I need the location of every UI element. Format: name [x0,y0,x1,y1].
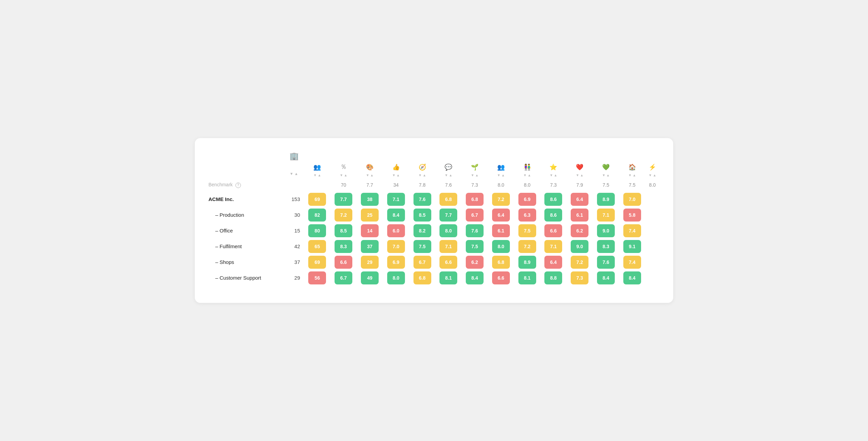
benchmark-val-0 [304,178,330,191]
col-rel-manager [488,152,514,162]
row-employees-0: 153 [284,191,304,207]
column-icon-row: 👥 ％ 🎨 👍 🧭 💬 🌱 👥 👫 ⭐ ❤️ 💚 🏠 ⚡ [208,162,660,172]
cell-5-6: 8.4 [462,270,488,286]
table-row: – Office 15 80 8.5 14 6.0 8.2 8.0 [208,223,660,239]
cell-5-7: 6.6 [488,270,514,286]
col-participation [330,152,357,162]
sort-commitment[interactable]: ▼ ▲ [645,172,660,178]
cell-3-11: 8.3 [593,239,619,254]
cell-2-6: 7.6 [462,223,488,239]
cell-4-10: 7.2 [567,254,593,270]
cell-3-5: 7.1 [435,239,462,254]
cell-0-2: 38 [357,191,383,207]
cell-5-12: 8.4 [619,270,645,286]
benchmark-val-13: 8.0 [645,178,660,191]
sort-rel-manager[interactable]: ▼ ▲ [488,172,514,178]
cell-1-8: 6.3 [514,207,540,223]
sort-rel-peers[interactable]: ▼ ▲ [514,172,540,178]
cell-5-10: 7.3 [567,270,593,286]
benchmark-val-5: 7.6 [435,178,462,191]
benchmark-label: Benchmark ? [208,178,284,191]
cell-4-8: 8.9 [514,254,540,270]
row-employees-2: 15 [284,223,304,239]
cell-5-11: 8.4 [593,270,619,286]
benchmark-val-4: 7.8 [409,178,435,191]
cell-0-3: 7.1 [383,191,409,207]
cell-2-2: 14 [357,223,383,239]
benchmark-help[interactable]: ? [235,183,241,188]
sort-participation[interactable]: ▼ ▲ [330,172,357,178]
cell-4-4: 6.7 [409,254,435,270]
row-label-4: – Shops [208,254,284,270]
sort-communication[interactable]: ▼ ▲ [435,172,462,178]
cell-4-2: 29 [357,254,383,270]
sort-building[interactable]: ▼ ▲ [284,172,304,178]
cell-1-11: 7.1 [593,207,619,223]
icon-communication: 💬 [435,162,462,172]
sort-recognition[interactable]: ▼ ▲ [540,172,567,178]
benchmark-val-12: 7.5 [619,178,645,191]
cell-4-7: 6.8 [488,254,514,270]
table-row: ACME Inc. 153 69 7.7 38 7.1 7.6 6.8 [208,191,660,207]
cell-3-2: 37 [357,239,383,254]
sort-enps[interactable]: ▼ ▲ [383,172,409,178]
cell-2-11: 9.0 [593,223,619,239]
benchmark-val-3: 34 [383,178,409,191]
cell-5-1: 6.7 [330,270,357,286]
sort-wellness[interactable]: ▼ ▲ [593,172,619,178]
col-alignment [409,152,435,162]
cell-2-0: 80 [304,223,330,239]
sort-satisfaction[interactable]: ▼ ▲ [567,172,593,178]
cell-0-10: 6.4 [567,191,593,207]
col-growth [462,152,488,162]
data-table: 🏢 👥 ％ [208,152,660,285]
benchmark-val-1: 70 [330,178,357,191]
row-label-3: – Fulfilment [208,239,284,254]
cell-1-12: 5.8 [619,207,645,223]
benchmark-val-9: 7.3 [540,178,567,191]
cell-2-8: 7.5 [514,223,540,239]
col-satisfaction [567,152,593,162]
col-wellness [593,152,619,162]
cell-3-12: 9.1 [619,239,645,254]
cell-1-1: 7.2 [330,207,357,223]
benchmark-val-8: 8.0 [514,178,540,191]
cell-1-4: 8.5 [409,207,435,223]
cell-4-0: 69 [304,254,330,270]
cell-1-5: 7.7 [435,207,462,223]
cell-5-8: 8.1 [514,270,540,286]
icon-wellness: 💚 [593,162,619,172]
building-icon: 🏢 [289,152,299,160]
cell-2-1: 8.5 [330,223,357,239]
sort-growth[interactable]: ▼ ▲ [462,172,488,178]
col-engagement [357,152,383,162]
sort-environment[interactable]: ▼ ▲ [619,172,645,178]
col-employees [304,152,330,162]
cell-2-7: 6.1 [488,223,514,239]
table-row: – Production 30 82 7.2 25 8.4 8.5 7.7 [208,207,660,223]
icon-alignment: 🧭 [409,162,435,172]
row-employees-1: 30 [284,207,304,223]
icon-growth: 🌱 [462,162,488,172]
row-label-2: – Office [208,223,284,239]
icon-commitment: ⚡ [645,162,660,172]
cell-3-9: 7.1 [540,239,567,254]
cell-3-3: 7.0 [383,239,409,254]
sort-employees[interactable]: ▼ ▲ [304,172,330,178]
col-recognition [540,152,567,162]
row-label-5: – Customer Support [208,270,284,286]
sort-engagement[interactable]: ▼ ▲ [357,172,383,178]
cell-4-9: 6.4 [540,254,567,270]
main-card: 🏢 👥 ％ [195,138,673,303]
cell-4-5: 6.6 [435,254,462,270]
sort-alignment[interactable]: ▼ ▲ [409,172,435,178]
row-employees-3: 42 [284,239,304,254]
cell-2-12: 7.4 [619,223,645,239]
icon-engagement: 🎨 [357,162,383,172]
icon-recognition: ⭐ [540,162,567,172]
col-communication [435,152,462,162]
cell-0-9: 8.6 [540,191,567,207]
benchmark-val-11: 7.5 [593,178,619,191]
table-row: – Shops 37 69 6.6 29 6.9 6.7 6.6 [208,254,660,270]
row-label-0: ACME Inc. [208,191,284,207]
